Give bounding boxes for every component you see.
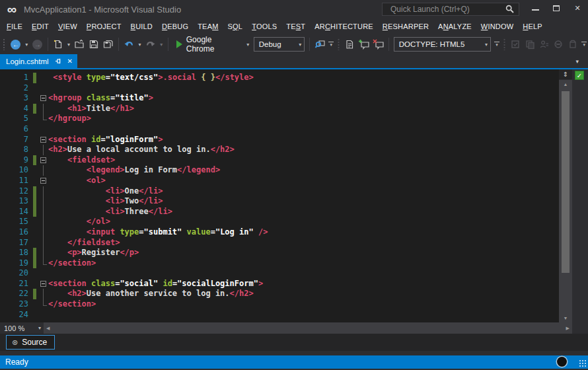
save-button[interactable] (87, 37, 101, 52)
fold-collapse-toggle[interactable] (38, 155, 48, 166)
menu-item-architecture[interactable]: ARCHITECTURE (310, 22, 378, 30)
code-line-15[interactable]: 15 </ol> (0, 217, 588, 227)
code-line-19[interactable]: 19</section> (0, 258, 588, 269)
fold-guide (38, 196, 48, 207)
change-tracking-bar-empty (33, 145, 36, 155)
menu-item-analyze[interactable]: ANALYZE (433, 22, 476, 30)
redo-caret-icon[interactable]: ▾ (158, 42, 165, 48)
fold-collapse-toggle[interactable] (38, 93, 48, 104)
minimize-button[interactable] (525, 0, 546, 16)
remove-comment-button[interactable] (371, 37, 386, 52)
menu-item-view[interactable]: VIEW (54, 22, 82, 30)
editor-zoom-dropdown[interactable]: 100 % ▾ (0, 322, 44, 334)
quick-launch-box[interactable]: Quick Launch (Ctrl+Q) (382, 3, 519, 16)
code-line-3[interactable]: 3<hgroup class="title"> (0, 93, 588, 104)
toolbar-overflow-button[interactable]: ▾ (493, 42, 501, 47)
code-line-14[interactable]: 14 <li>Three</li> (0, 207, 588, 217)
fold-collapse-toggle[interactable] (38, 135, 48, 145)
menu-item-build[interactable]: BUILD (126, 22, 157, 30)
resharper-file-status-icon[interactable]: ✓ (575, 71, 584, 80)
code-line-9[interactable]: 9 <fieldset> (0, 155, 588, 166)
fold-guide (38, 217, 48, 227)
close-button[interactable]: ✕ (567, 0, 588, 16)
start-debugging-button[interactable]: Google Chrome ▾ (171, 35, 252, 54)
toolbar-grip-handle[interactable] (3, 38, 6, 50)
code-line-7[interactable]: 7<section id="loginForm"> (0, 135, 588, 145)
code-line-11[interactable]: 11 <ol> (0, 176, 588, 186)
menu-item-sql[interactable]: SQL (223, 22, 248, 30)
format-document-button[interactable] (342, 37, 357, 52)
open-file-button[interactable] (72, 37, 87, 52)
code-line-10[interactable]: 10 <legend>Log in Form</legend> (0, 165, 588, 176)
code-line-22[interactable]: 22 <h2>Use another service to log in.</h… (0, 289, 588, 299)
scroll-right-icon[interactable]: ▶ (564, 326, 572, 331)
background-task-indicator-icon[interactable] (557, 357, 567, 367)
undo-caret-icon[interactable]: ▾ (136, 42, 143, 48)
code-line-18[interactable]: 18 <p>Register</p> (0, 248, 588, 258)
code-line-5[interactable]: 5</hgroup> (0, 114, 588, 124)
add-comment-button[interactable] (357, 37, 371, 52)
split-window-handle[interactable]: ⇕ (559, 69, 572, 80)
quick-launch-placeholder: Quick Launch (Ctrl+Q) (383, 5, 505, 14)
code-line-2[interactable]: 2 (0, 83, 588, 94)
redo-button[interactable] (143, 37, 158, 52)
doctype-dropdown[interactable]: DOCTYPE: HTML5 ▾ (394, 37, 491, 52)
undo-button[interactable] (122, 37, 136, 52)
tab-login-cshtml[interactable]: Login.cshtml ✕ (0, 54, 77, 68)
fold-collapse-toggle[interactable] (38, 279, 48, 289)
code-line-1[interactable]: 1 <style type="text/css">.social { }</st… (0, 73, 588, 83)
code-line-16[interactable]: 16 <input type="submit" value="Log in" /… (0, 227, 588, 238)
maximize-button[interactable] (546, 0, 567, 16)
menu-item-file[interactable]: FILE (2, 22, 27, 30)
collapse-minus-icon (40, 137, 46, 143)
menu-item-team[interactable]: TEAM (193, 22, 223, 30)
code-editor[interactable]: 1 <style type="text/css">.social { }</st… (0, 69, 588, 322)
code-line-8[interactable]: 8<h2>Use a local account to log in.</h2> (0, 145, 588, 155)
scroll-down-icon[interactable]: ▼ (559, 316, 572, 320)
navigate-back-caret-icon[interactable]: ▾ (23, 42, 30, 48)
code-line-12[interactable]: 12 <li>One</li> (0, 186, 588, 197)
menu-item-tools[interactable]: TOOLS (247, 22, 281, 30)
navigate-back-button[interactable]: ← (9, 37, 23, 52)
menu-item-help[interactable]: HELP (518, 22, 547, 30)
navigate-forward-button[interactable]: → (30, 37, 45, 52)
toolbar-overflow-button[interactable]: ▾ (327, 42, 335, 47)
fold-collapse-toggle[interactable] (38, 176, 48, 186)
code-line-13[interactable]: 13 <li>Two</li> (0, 196, 588, 207)
new-item-button[interactable] (51, 37, 65, 52)
code-line-6[interactable]: 6 (0, 124, 588, 135)
new-item-caret-icon[interactable]: ▾ (65, 42, 73, 48)
code-line-20[interactable]: 20 (0, 268, 588, 279)
line-number: 11 (0, 176, 33, 186)
vertical-scrollbar[interactable]: ⇕ ▲ ▼ (559, 69, 572, 322)
code-line-17[interactable]: 17 </fieldset> (0, 238, 588, 248)
code-text: <h2>Use another service to log in.</h2> (48, 289, 254, 299)
code-text: <style type="text/css">.social { }</styl… (48, 73, 254, 83)
pin-icon[interactable] (55, 57, 62, 65)
tab-list-dropdown-icon[interactable]: ▾ (575, 58, 579, 65)
tab-close-icon[interactable]: ✕ (67, 57, 73, 65)
play-icon (176, 40, 182, 48)
code-line-21[interactable]: 21<section class="social" id="socialLogi… (0, 279, 588, 289)
menu-item-window[interactable]: WINDOW (476, 22, 518, 30)
menu-item-debug[interactable]: DEBUG (157, 22, 193, 30)
window-resize-grip[interactable] (578, 359, 587, 367)
scroll-left-icon[interactable]: ◀ (44, 326, 52, 331)
code-line-24[interactable]: 24 (0, 310, 588, 320)
code-line-4[interactable]: 4 <h1>Title</h1> (0, 104, 588, 114)
menu-item-test[interactable]: TEST (281, 22, 310, 30)
find-in-files-button[interactable] (312, 37, 327, 52)
menu-item-resharper[interactable]: RESHARPER (378, 22, 433, 30)
menu-item-project[interactable]: PROJECT (82, 22, 126, 30)
code-line-23[interactable]: 23</section> (0, 299, 588, 310)
fold-guide (38, 83, 48, 94)
menu-item-edit[interactable]: EDIT (27, 22, 54, 30)
new-file-icon (53, 39, 63, 50)
vertical-scrollbar-thumb[interactable] (562, 91, 570, 273)
view-switch-bar: ⊛ Source (0, 334, 588, 351)
save-all-button[interactable] (101, 37, 116, 52)
toolbar-overflow-button[interactable]: ▾ (580, 42, 588, 47)
solution-configuration-dropdown[interactable]: Debug ▾ (254, 37, 305, 52)
source-view-button[interactable]: ⊛ Source (6, 335, 55, 350)
scroll-up-icon[interactable]: ▲ (559, 82, 572, 87)
